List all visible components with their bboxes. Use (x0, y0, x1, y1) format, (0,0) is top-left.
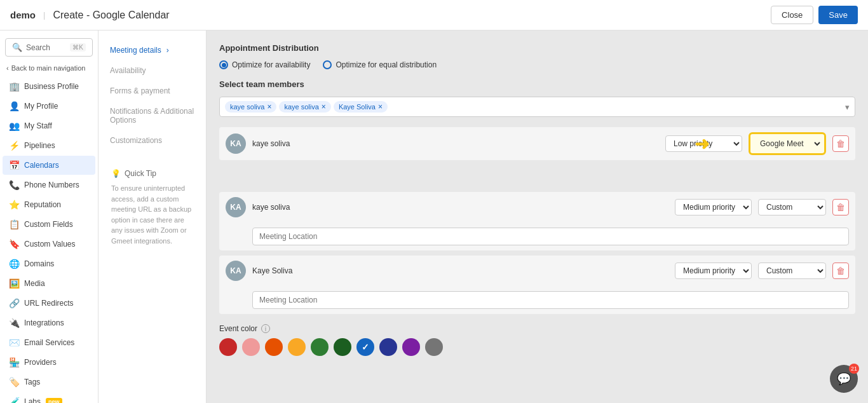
step-meeting-details[interactable]: Meeting details › (106, 41, 198, 60)
color-swatch-9[interactable] (425, 338, 443, 356)
member-tag-1: kaye soliva × (279, 101, 330, 113)
priority-select-1[interactable]: Low priority Medium priority High priori… (675, 199, 752, 215)
radio-availability[interactable]: Optimize for availability (219, 60, 310, 69)
sidebar-item-label-my-profile: My Profile (24, 102, 58, 111)
dropdown-icon: ▾ (845, 102, 850, 112)
color-swatch-3[interactable] (288, 338, 306, 356)
radio-availability-dot (219, 60, 228, 69)
sidebar-item-media[interactable]: 🖼️ Media (3, 274, 95, 293)
save-button[interactable]: Save (818, 6, 858, 24)
step-customizations[interactable]: Customizations (106, 131, 198, 150)
form-panel: Appointment Distribution Optimize for av… (207, 31, 868, 403)
url-redirects-icon: 🔗 (9, 298, 19, 308)
app-logo: demo (10, 10, 36, 20)
location-type-select-1[interactable]: Google Meet Custom Zoom (758, 199, 826, 215)
sidebar-item-pipelines[interactable]: ⚡ Pipelines (3, 136, 95, 155)
members-input[interactable]: kaye soliva × kaye soliva × Kaye Soliva … (219, 97, 855, 117)
sidebar-item-label-pipelines: Pipelines (24, 141, 55, 150)
member-name-2: Kaye Soliva (252, 266, 668, 275)
location-type-select-0[interactable]: Google Meet Custom Zoom (752, 136, 822, 151)
sidebar-item-calendars[interactable]: 📅 Calendars (3, 156, 95, 175)
step-forms-payment[interactable]: Forms & payment (106, 81, 198, 100)
info-icon: i (261, 324, 270, 333)
color-swatch-7[interactable] (379, 338, 397, 356)
search-kbd: ⌘K (70, 43, 86, 51)
sidebar-item-url-redirects[interactable]: 🔗 URL Redirects (3, 294, 95, 313)
sidebar-item-labs[interactable]: 🧪 Labs new (3, 392, 95, 403)
search-icon: 🔍 (12, 43, 22, 52)
sidebar-item-label-labs: Labs (24, 397, 41, 403)
back-arrow-icon: ‹ (6, 64, 9, 72)
sidebar: 🔍 Search ⌘K ‹ Back to main navigation 🏢 … (0, 31, 98, 403)
location-type-select-2[interactable]: Google Meet Custom Zoom (758, 263, 826, 279)
color-swatch-4[interactable] (311, 338, 329, 356)
sidebar-item-integrations[interactable]: 🔌 Integrations (3, 313, 95, 332)
chat-badge: 21 (849, 364, 859, 374)
member-tag-2-remove[interactable]: × (378, 102, 383, 111)
color-swatch-5[interactable] (334, 338, 351, 356)
sidebar-item-my-profile[interactable]: 👤 My Profile (3, 97, 95, 116)
avatar-2: KA (226, 261, 246, 281)
color-swatch-8[interactable] (402, 338, 420, 356)
back-navigation[interactable]: ‹ Back to main navigation (0, 62, 98, 74)
providers-icon: 🏪 (9, 357, 19, 367)
close-button[interactable]: Close (771, 6, 813, 24)
delete-row-1[interactable]: 🗑 (832, 199, 849, 215)
sidebar-item-label-providers: Providers (24, 358, 57, 367)
sidebar-item-label-phone-numbers: Phone Numbers (24, 181, 79, 189)
meeting-location-2[interactable] (252, 291, 849, 309)
step-notifications[interactable]: Notifications & Additional Options (106, 102, 198, 130)
quick-tip: 💡 Quick Tip To ensure uninterrupted acce… (106, 163, 198, 252)
chat-bubble[interactable]: 💬 21 (830, 365, 858, 393)
color-swatch-1[interactable] (242, 338, 260, 356)
quick-tip-title: 💡 Quick Tip (111, 169, 193, 178)
sidebar-item-domains[interactable]: 🌐 Domains (3, 254, 95, 273)
meeting-location-1[interactable] (252, 228, 849, 245)
sidebar-item-providers[interactable]: 🏪 Providers (3, 353, 95, 372)
lightbulb-icon: 💡 (111, 169, 121, 178)
color-swatch-6[interactable] (356, 338, 374, 356)
member-tag-0-label: kaye soliva (230, 103, 264, 111)
business-profile-icon: 🏢 (9, 81, 19, 92)
delete-row-0[interactable]: 🗑 (832, 135, 849, 152)
team-members-section: Select team members kaye soliva × kaye s… (219, 79, 855, 117)
member-tag-1-remove[interactable]: × (322, 102, 326, 111)
radio-availability-label: Optimize for availability (232, 60, 310, 69)
sidebar-item-email-services[interactable]: ✉️ Email Services (3, 333, 95, 352)
sidebar-item-label-tags: Tags (24, 378, 40, 386)
custom-fields-icon: 📋 (9, 219, 19, 229)
sidebar-item-phone-numbers[interactable]: 📞 Phone Numbers (3, 175, 95, 195)
color-swatch-2[interactable] (265, 338, 283, 356)
google-meet-highlight: Google Meet Custom Zoom (749, 132, 826, 155)
step-availability[interactable]: Availability (106, 61, 198, 80)
sidebar-item-label-custom-values: Custom Values (24, 240, 75, 249)
color-swatch-0[interactable] (219, 338, 237, 356)
priority-select-2[interactable]: Low priority Medium priority High priori… (675, 263, 752, 279)
top-bar: demo | Create - Google Calendar Close Sa… (0, 0, 868, 31)
radio-equal[interactable]: Optimize for equal distribution (323, 60, 437, 69)
sidebar-item-custom-values[interactable]: 🔖 Custom Values (3, 235, 95, 254)
my-profile-icon: 👤 (9, 101, 19, 111)
sidebar-item-label-my-staff: My Staff (24, 121, 52, 130)
sidebar-item-reputation[interactable]: ⭐ Reputation (3, 195, 95, 214)
radio-group: Optimize for availability Optimize for e… (219, 60, 855, 69)
appointment-distribution: Appointment Distribution Optimize for av… (219, 43, 855, 69)
steps-panel: Meeting details › Availability Forms & p… (98, 31, 207, 403)
member-tag-0-remove[interactable]: × (267, 102, 271, 111)
delete-row-2[interactable]: 🗑 (832, 263, 849, 279)
team-row-1-top: KA kaye soliva Low priority Medium prior… (226, 197, 849, 217)
sidebar-item-label-url-redirects: URL Redirects (24, 299, 74, 308)
search-bar[interactable]: 🔍 Search ⌘K (5, 38, 93, 57)
sidebar-item-tags[interactable]: 🏷️ Tags (3, 372, 95, 392)
sidebar-item-label-integrations: Integrations (24, 318, 64, 327)
domains-icon: 🌐 (9, 259, 19, 269)
sidebar-item-business-profile[interactable]: 🏢 Business Profile (3, 77, 95, 96)
priority-select-0[interactable]: Low priority Medium priority High priori… (665, 135, 742, 152)
top-bar-left: demo | Create - Google Calendar (10, 10, 170, 21)
sidebar-item-my-staff[interactable]: 👥 My Staff (3, 116, 95, 135)
radio-equal-dot (323, 60, 332, 69)
content-area: Meeting details › Availability Forms & p… (98, 31, 868, 403)
sidebar-item-custom-fields[interactable]: 📋 Custom Fields (3, 215, 95, 234)
step-label-meeting-details: Meeting details (110, 46, 161, 55)
calendars-icon: 📅 (9, 160, 19, 170)
